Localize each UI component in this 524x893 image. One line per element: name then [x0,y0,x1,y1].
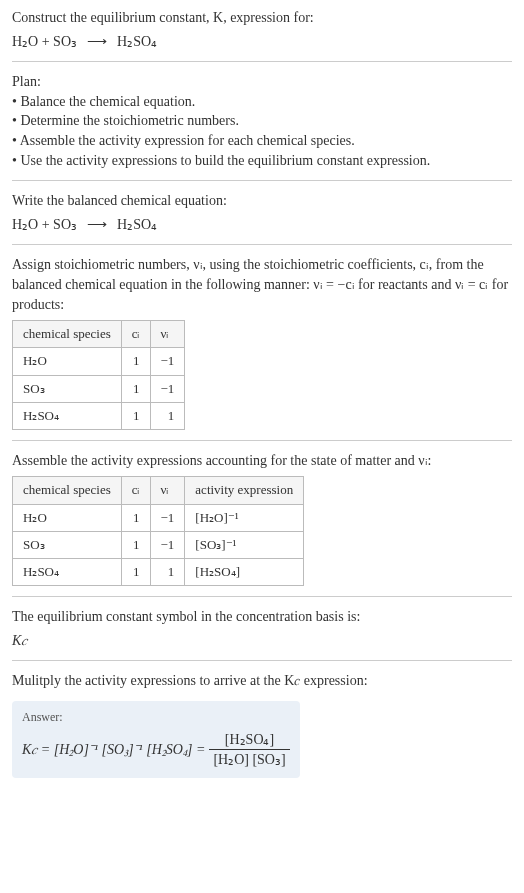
cell-activity: [H₂SO₄] [185,559,304,586]
eq-rhs: H₂SO₄ [117,32,157,52]
cell-activity: [H₂O]⁻¹ [185,504,304,531]
arrow-icon: ⟶ [87,215,107,235]
table-row: SO₃ 1 −1 [SO₃]⁻¹ [13,531,304,558]
cell-vi: −1 [150,531,185,558]
cell-species: H₂SO₄ [13,402,122,429]
answer-box: Answer: K𝑐 = [H₂O]⁻¹ [SO₃]⁻¹ [H₂SO₄] = [… [12,701,300,778]
cell-vi: 1 [150,402,185,429]
table-row: H₂O 1 −1 [H₂O]⁻¹ [13,504,304,531]
stoich-section: Assign stoichiometric numbers, νᵢ, using… [12,255,512,430]
kc-lhs: K𝑐 = [H₂O]⁻¹ [SO₃]⁻¹ [H₂SO₄] = [22,740,205,760]
frac-numerator: [H₂SO₄] [209,730,289,751]
prompt-line: Construct the equilibrium constant, K, e… [12,8,512,28]
col-ci: cᵢ [121,321,150,348]
kc-fraction: [H₂SO₄] [H₂O] [SO₃] [209,730,289,770]
table-row: H₂O 1 −1 [13,348,185,375]
plan-section: Plan: • Balance the chemical equation. •… [12,72,512,170]
divider [12,61,512,62]
table-row: H₂SO₄ 1 1 [13,402,185,429]
frac-denominator: [H₂O] [SO₃] [209,750,289,770]
cell-vi: −1 [150,375,185,402]
cell-ci: 1 [121,375,150,402]
cell-species: SO₃ [13,375,122,402]
cell-vi: 1 [150,559,185,586]
cell-species: H₂O [13,348,122,375]
col-species: chemical species [13,477,122,504]
divider [12,244,512,245]
divider [12,596,512,597]
eq-rhs: H₂SO₄ [117,215,157,235]
prompt: Construct the equilibrium constant, K, e… [12,8,512,51]
multiply-text: Mulitply the activity expressions to arr… [12,671,512,691]
divider [12,180,512,181]
balanced-section: Write the balanced chemical equation: H₂… [12,191,512,234]
symbol-text: The equilibrium constant symbol in the c… [12,607,512,627]
result-section: Mulitply the activity expressions to arr… [12,671,512,778]
table-row: SO₃ 1 −1 [13,375,185,402]
col-ci: cᵢ [121,477,150,504]
cell-ci: 1 [121,531,150,558]
stoich-table: chemical species cᵢ νᵢ H₂O 1 −1 SO₃ 1 −1… [12,320,185,430]
plan-bullet: • Balance the chemical equation. [12,92,512,112]
answer-label: Answer: [22,709,290,726]
eq-lhs: H₂O + SO₃ [12,32,77,52]
kc-symbol: K𝑐 [12,631,512,651]
table-header-row: chemical species cᵢ νᵢ activity expressi… [13,477,304,504]
cell-species: SO₃ [13,531,122,558]
plan-header: Plan: [12,72,512,92]
top-equation: H₂O + SO₃ ⟶ H₂SO₄ [12,32,512,52]
divider [12,660,512,661]
activity-section: Assemble the activity expressions accoun… [12,451,512,586]
cell-species: H₂O [13,504,122,531]
col-vi: νᵢ [150,477,185,504]
cell-vi: −1 [150,348,185,375]
col-species: chemical species [13,321,122,348]
arrow-icon: ⟶ [87,32,107,52]
cell-ci: 1 [121,559,150,586]
balanced-equation: H₂O + SO₃ ⟶ H₂SO₄ [12,215,512,235]
kc-expression: K𝑐 = [H₂O]⁻¹ [SO₃]⁻¹ [H₂SO₄] = [H₂SO₄] [… [22,730,290,770]
col-vi: νᵢ [150,321,185,348]
stoich-text: Assign stoichiometric numbers, νᵢ, using… [12,255,512,314]
activity-table: chemical species cᵢ νᵢ activity expressi… [12,476,304,586]
symbol-section: The equilibrium constant symbol in the c… [12,607,512,650]
divider [12,440,512,441]
cell-activity: [SO₃]⁻¹ [185,531,304,558]
table-row: H₂SO₄ 1 1 [H₂SO₄] [13,559,304,586]
cell-ci: 1 [121,402,150,429]
col-activity: activity expression [185,477,304,504]
cell-vi: −1 [150,504,185,531]
cell-ci: 1 [121,348,150,375]
plan-bullet: • Use the activity expressions to build … [12,151,512,171]
balanced-header: Write the balanced chemical equation: [12,191,512,211]
table-header-row: chemical species cᵢ νᵢ [13,321,185,348]
eq-lhs: H₂O + SO₃ [12,215,77,235]
cell-ci: 1 [121,504,150,531]
cell-species: H₂SO₄ [13,559,122,586]
activity-header: Assemble the activity expressions accoun… [12,451,512,471]
plan-bullet: • Assemble the activity expression for e… [12,131,512,151]
plan-bullet: • Determine the stoichiometric numbers. [12,111,512,131]
